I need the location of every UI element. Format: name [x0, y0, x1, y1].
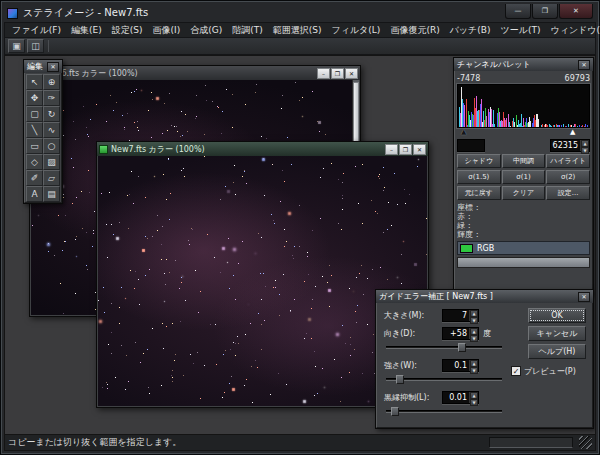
menu-item-file[interactable]: ファイル(F)	[7, 22, 66, 39]
eraser-tool[interactable]: ▱	[43, 170, 60, 186]
maximize-button[interactable]: ❐	[532, 4, 558, 19]
ellipse-select-tool[interactable]: ○	[43, 138, 60, 154]
close-icon[interactable]: ✕	[578, 292, 590, 302]
rotate-tool[interactable]: ↻	[43, 106, 60, 122]
black-edge-field[interactable]: 0.01	[443, 392, 469, 403]
doc-maximize-button[interactable]: ❐	[331, 68, 344, 79]
highlight-level-input[interactable]: 62315	[551, 140, 580, 151]
eyedropper-tool[interactable]: ✑	[43, 90, 60, 106]
doc-close-button[interactable]: ✕	[413, 144, 426, 155]
sigma-15-button[interactable]: σ(1.5)	[457, 170, 501, 184]
histogram[interactable]	[457, 84, 590, 128]
spin-down-icon[interactable]: ▼	[581, 147, 589, 154]
level-markers: ▲ ▲	[457, 129, 590, 138]
histogram-range: -7478 69793	[457, 74, 590, 83]
strength-field[interactable]: 0.1	[443, 360, 469, 371]
settings-button[interactable]: 設定...	[546, 186, 590, 200]
clear-button[interactable]: クリア	[502, 186, 546, 200]
spin-up-icon[interactable]: ▲	[470, 392, 478, 399]
midtone-button[interactable]: 中間調	[502, 154, 546, 168]
doc-maximize-button[interactable]: ❐	[399, 144, 412, 155]
slider-thumb[interactable]	[396, 375, 404, 384]
select-tool[interactable]: ↖	[26, 74, 43, 90]
spin-up-icon[interactable]: ▲	[470, 310, 478, 317]
shadow-button[interactable]: シャドウ	[457, 154, 501, 168]
minimize-button[interactable]: —	[505, 4, 531, 19]
spinner-arrows: ▲ ▼	[580, 140, 589, 151]
direction-slider[interactable]	[386, 343, 502, 352]
application-window: ステライメージ - New7.fts — ❐ ✕ ファイル(F) 編集(E) 設…	[0, 0, 600, 455]
cancel-button[interactable]: キャンセル	[528, 326, 586, 341]
highlight-marker[interactable]: ▲	[570, 128, 575, 137]
doc-minimize-button[interactable]: –	[317, 68, 330, 79]
menu-item-window[interactable]: ウィンドウ(W)	[545, 22, 600, 39]
slider-track[interactable]	[386, 410, 502, 413]
gradient-tool[interactable]: ▤	[43, 186, 60, 202]
curve-tool[interactable]: ∿	[43, 122, 60, 138]
dialog-title: ガイドエラー補正 [ New7.fts ]	[379, 291, 493, 302]
channel-row-rgb[interactable]: RGB	[457, 241, 590, 255]
sigma-1-button[interactable]: σ(1)	[502, 170, 546, 184]
open-image-button[interactable]: ▣	[8, 39, 25, 53]
menu-item-image[interactable]: 画像(I)	[148, 22, 186, 39]
preview-checkbox[interactable]: ✓	[511, 366, 521, 376]
menu-item-batch[interactable]: バッチ(B)	[445, 22, 496, 39]
menu-item-filter[interactable]: フィルタ(L)	[326, 22, 385, 39]
menu-item-edit[interactable]: 編集(E)	[66, 22, 107, 39]
size-field[interactable]: 7	[443, 310, 469, 321]
close-icon[interactable]: ✕	[47, 62, 59, 72]
shadow-level-input[interactable]	[458, 140, 484, 151]
menu-item-restoration[interactable]: 画像復元(R)	[385, 22, 444, 39]
line-tool[interactable]: ╲	[26, 122, 43, 138]
zoom-tool[interactable]: ⊕	[43, 74, 60, 90]
spin-up-icon[interactable]: ▲	[470, 360, 478, 367]
pencil-tool[interactable]: ✐	[26, 170, 43, 186]
close-button[interactable]: ✕	[559, 4, 593, 19]
spin-down-icon[interactable]: ▼	[470, 317, 478, 324]
doc-minimize-button[interactable]: –	[385, 144, 398, 155]
preview-label: プレビュー(P)	[524, 366, 576, 377]
slider-thumb[interactable]	[391, 407, 399, 416]
pan-tool[interactable]: ✥	[26, 90, 43, 106]
menu-item-tools[interactable]: ツール(T)	[496, 22, 546, 39]
slider-track[interactable]	[386, 346, 502, 349]
resize-grip[interactable]	[579, 436, 592, 449]
black-edge-slider[interactable]	[386, 407, 502, 416]
spin-up-icon[interactable]: ▲	[470, 328, 478, 335]
rect-select-tool[interactable]: ▭	[26, 138, 43, 154]
direction-spinbox: +58 ▲ ▼	[442, 327, 479, 340]
toolbar: ▣ ◫	[4, 38, 596, 55]
doc-close-button[interactable]: ✕	[345, 68, 358, 79]
spin-up-icon[interactable]: ▲	[581, 140, 589, 147]
ok-button[interactable]: OK	[528, 308, 586, 323]
channel-palette-titlebar[interactable]: チャンネルパレット ✕	[454, 58, 593, 71]
undo-button[interactable]: 元に戻す	[457, 186, 501, 200]
polygon-select-tool[interactable]: ◇	[26, 154, 43, 170]
menu-item-composite[interactable]: 合成(G)	[185, 22, 227, 39]
strength-slider[interactable]	[386, 375, 502, 384]
image-window-new6-titlebar[interactable]: New6.fts カラー (100%) – ❐ ✕	[30, 66, 360, 80]
crop-tool[interactable]: ▢	[26, 106, 43, 122]
tool-palette-titlebar[interactable]: 編集 ✕	[24, 60, 62, 73]
sigma-2-button[interactable]: σ(2)	[546, 170, 590, 184]
direction-field[interactable]: +58	[443, 328, 469, 339]
fill-tool[interactable]: ▨	[43, 154, 60, 170]
document-window-controls: – ❐ ✕	[317, 68, 358, 79]
slider-thumb[interactable]	[458, 343, 466, 352]
save-image-button[interactable]: ◫	[27, 39, 44, 53]
image-window-new7-titlebar[interactable]: New7.fts カラー (100%) – ❐ ✕	[97, 142, 428, 156]
shadow-marker[interactable]: ▲	[461, 128, 466, 137]
window-titlebar[interactable]: ステライメージ - New7.fts — ❐ ✕	[4, 4, 596, 22]
close-icon[interactable]: ✕	[578, 60, 590, 70]
spin-down-icon[interactable]: ▼	[470, 335, 478, 342]
menu-item-select-range[interactable]: 範囲選択(S)	[268, 22, 327, 39]
spin-down-icon[interactable]: ▼	[470, 367, 478, 374]
dialog-titlebar[interactable]: ガイドエラー補正 [ New7.fts ] ✕	[376, 290, 593, 303]
help-button[interactable]: ヘルプ(H)	[528, 344, 586, 359]
highlight-button[interactable]: ハイライト	[546, 154, 590, 168]
spin-down-icon[interactable]: ▼	[470, 399, 478, 406]
menu-item-settings[interactable]: 設定(S)	[107, 22, 148, 39]
text-tool[interactable]: A	[26, 186, 43, 202]
menu-item-gradation[interactable]: 階調(T)	[227, 22, 268, 39]
pixel-info: 座標： 赤： 緑： 輝度：	[457, 203, 590, 239]
